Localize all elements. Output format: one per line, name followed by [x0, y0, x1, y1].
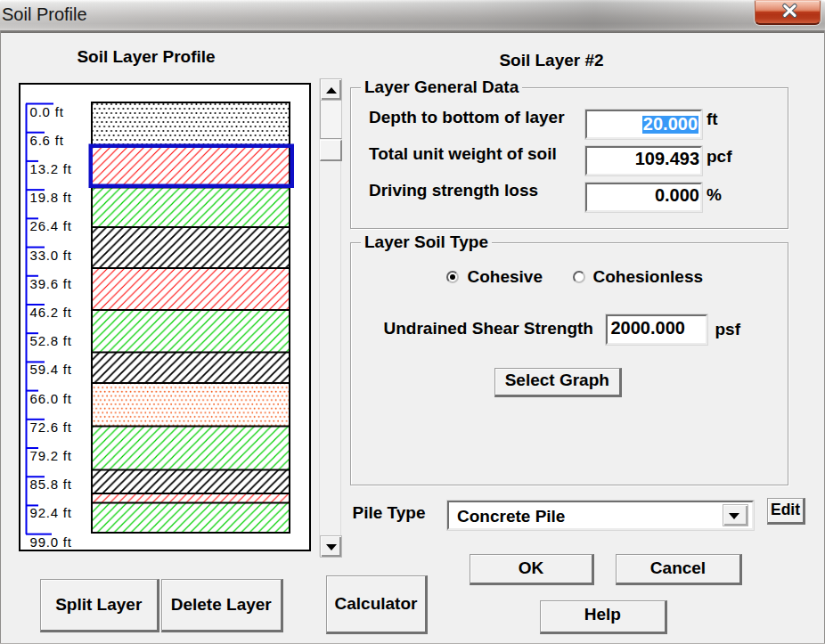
svg-text:72.6 ft: 72.6 ft [30, 420, 72, 435]
svg-text:13.2 ft: 13.2 ft [30, 161, 72, 176]
svg-text:0.0 ft: 0.0 ft [30, 104, 64, 119]
svg-text:26.4 ft: 26.4 ft [30, 218, 72, 233]
svg-text:99.0 ft: 99.0 ft [30, 534, 72, 550]
svg-text:46.2 ft: 46.2 ft [30, 305, 72, 320]
svg-text:19.8 ft: 19.8 ft [30, 190, 72, 205]
svg-text:52.8 ft: 52.8 ft [30, 333, 72, 348]
svg-text:39.6 ft: 39.6 ft [30, 276, 72, 291]
svg-text:66.0 ft: 66.0 ft [30, 391, 72, 406]
svg-text:59.4 ft: 59.4 ft [30, 362, 72, 377]
svg-text:6.6 ft: 6.6 ft [30, 133, 64, 148]
svg-text:33.0 ft: 33.0 ft [30, 248, 72, 263]
svg-text:79.2 ft: 79.2 ft [30, 448, 72, 463]
svg-text:85.8 ft: 85.8 ft [30, 477, 72, 492]
svg-text:92.4 ft: 92.4 ft [30, 505, 72, 520]
